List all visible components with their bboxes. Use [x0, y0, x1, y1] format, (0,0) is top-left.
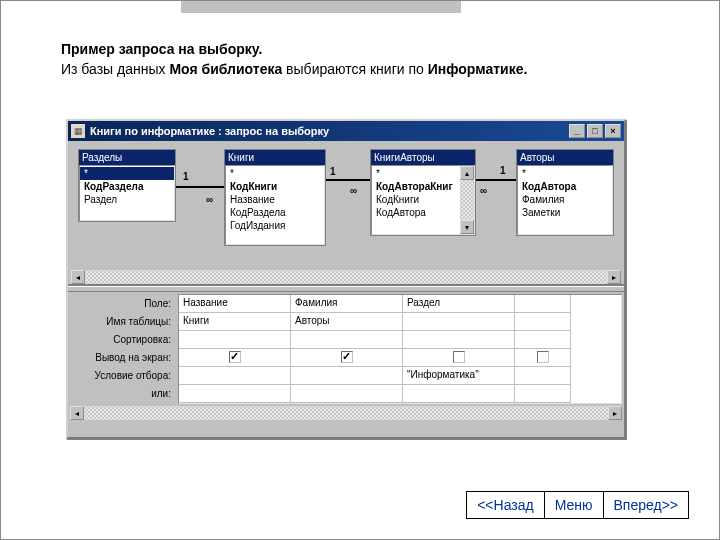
qbe-show[interactable]	[291, 349, 402, 367]
table-title: Книги	[225, 150, 325, 165]
query-icon: ▦	[71, 124, 85, 138]
field-row[interactable]: КодКниги	[372, 193, 474, 206]
slide-title: Пример запроса на выборку. Из базы данны…	[61, 41, 527, 77]
checkbox-icon[interactable]	[229, 351, 241, 363]
table-box-knigi[interactable]: Книги * КодКниги Название КодРаздела Год…	[224, 149, 326, 246]
join-many: ∞	[350, 185, 357, 196]
qbe-or[interactable]	[179, 385, 290, 403]
qbe-grid[interactable]: Название Книги Фамилия Авторы	[178, 294, 622, 404]
table-box-knigiavtory[interactable]: КнигиАвторы * КодАвтораКниг КодКниги Код…	[370, 149, 476, 236]
field-row[interactable]: Раздел	[80, 193, 174, 206]
field-row[interactable]: КодАвтора	[372, 206, 474, 219]
scroll-down-icon[interactable]: ▾	[460, 220, 474, 234]
qbe-grid-pane: Поле: Имя таблицы: Сортировка: Вывод на …	[68, 292, 624, 422]
query-design-window: ▦ Книги по информатике : запрос на выбор…	[66, 119, 626, 439]
field-row[interactable]: КодКниги	[226, 180, 324, 193]
scroll-right-icon[interactable]: ▸	[608, 406, 622, 420]
qbe-table[interactable]: Авторы	[291, 313, 402, 331]
scroll-left-icon[interactable]: ◂	[71, 270, 85, 284]
qbe-column: Фамилия Авторы	[291, 295, 403, 403]
slide-nav: <<Назад Меню Вперед>>	[467, 491, 689, 519]
qbe-field[interactable]: Название	[179, 295, 290, 313]
qbe-column: Раздел "Информатика"	[403, 295, 515, 403]
join-line	[176, 186, 224, 188]
titlebar[interactable]: ▦ Книги по информатике : запрос на выбор…	[68, 121, 624, 141]
title-line2: Из базы данных Моя библиотека выбираются…	[61, 61, 527, 77]
qbe-show[interactable]	[179, 349, 290, 367]
scrollbar-vertical[interactable]: ▴ ▾	[460, 166, 474, 234]
qbe-column: Название Книги	[179, 295, 291, 403]
field-row[interactable]: *	[372, 167, 474, 180]
qbe-criteria[interactable]	[179, 367, 290, 385]
menu-button[interactable]: Меню	[544, 491, 604, 519]
checkbox-icon[interactable]	[453, 351, 465, 363]
qbe-or[interactable]	[291, 385, 402, 403]
scrollbar-horizontal[interactable]: ◂ ▸	[71, 270, 621, 284]
field-row[interactable]: КодРаздела	[80, 180, 174, 193]
join-many: ∞	[480, 185, 487, 196]
field-row[interactable]: *	[226, 167, 324, 180]
table-box-avtory[interactable]: Авторы * КодАвтора Фамилия Заметки	[516, 149, 614, 236]
label-show: Вывод на экран:	[70, 348, 178, 366]
table-title: Авторы	[517, 150, 613, 165]
window-title: Книги по информатике : запрос на выборку	[90, 125, 569, 137]
qbe-row-labels: Поле: Имя таблицы: Сортировка: Вывод на …	[70, 294, 178, 404]
join-one: 1	[500, 165, 506, 176]
join-many: ∞	[206, 194, 213, 205]
qbe-field[interactable]: Фамилия	[291, 295, 402, 313]
decorative-top-bar	[181, 1, 461, 13]
qbe-column-empty	[515, 295, 571, 403]
field-row[interactable]: *	[80, 167, 174, 180]
join-one: 1	[183, 171, 189, 182]
label-field: Поле:	[70, 294, 178, 312]
checkbox-icon[interactable]	[341, 351, 353, 363]
minimize-button[interactable]: _	[569, 124, 585, 138]
label-sort: Сортировка:	[70, 330, 178, 348]
qbe-field[interactable]: Раздел	[403, 295, 514, 313]
forward-button[interactable]: Вперед>>	[603, 491, 690, 519]
table-box-razdely[interactable]: Разделы * КодРаздела Раздел	[78, 149, 176, 222]
qbe-or[interactable]	[403, 385, 514, 403]
back-button[interactable]: <<Назад	[466, 491, 544, 519]
qbe-show[interactable]	[403, 349, 514, 367]
field-row[interactable]: Заметки	[518, 206, 612, 219]
field-row[interactable]: Название	[226, 193, 324, 206]
label-or: или:	[70, 384, 178, 402]
scrollbar-horizontal[interactable]: ◂ ▸	[70, 406, 622, 420]
field-row[interactable]: КодАвтора	[518, 180, 612, 193]
scroll-left-icon[interactable]: ◂	[70, 406, 84, 420]
field-row[interactable]: КодАвтораКниг	[372, 180, 474, 193]
field-row[interactable]: *	[518, 167, 612, 180]
field-row[interactable]: ГодИздания	[226, 219, 324, 232]
checkbox-icon[interactable]	[537, 351, 549, 363]
qbe-sort[interactable]	[179, 331, 290, 349]
join-line	[476, 179, 516, 181]
qbe-table[interactable]	[403, 313, 514, 331]
qbe-sort[interactable]	[291, 331, 402, 349]
join-line	[326, 179, 370, 181]
qbe-criteria[interactable]	[291, 367, 402, 385]
title-line1: Пример запроса на выборку.	[61, 41, 527, 57]
join-one: 1	[330, 166, 336, 177]
maximize-button[interactable]: □	[587, 124, 603, 138]
qbe-table[interactable]: Книги	[179, 313, 290, 331]
qbe-sort[interactable]	[403, 331, 514, 349]
label-table: Имя таблицы:	[70, 312, 178, 330]
label-criteria: Условие отбора:	[70, 366, 178, 384]
qbe-criteria[interactable]: "Информатика"	[403, 367, 514, 385]
table-title: КнигиАвторы	[371, 150, 475, 165]
close-button[interactable]: ×	[605, 124, 621, 138]
tables-pane[interactable]: Разделы * КодРаздела Раздел Книги * КодК…	[68, 141, 624, 286]
field-row[interactable]: КодРаздела	[226, 206, 324, 219]
field-row[interactable]: Фамилия	[518, 193, 612, 206]
scroll-up-icon[interactable]: ▴	[460, 166, 474, 180]
scroll-right-icon[interactable]: ▸	[607, 270, 621, 284]
table-title: Разделы	[79, 150, 175, 165]
